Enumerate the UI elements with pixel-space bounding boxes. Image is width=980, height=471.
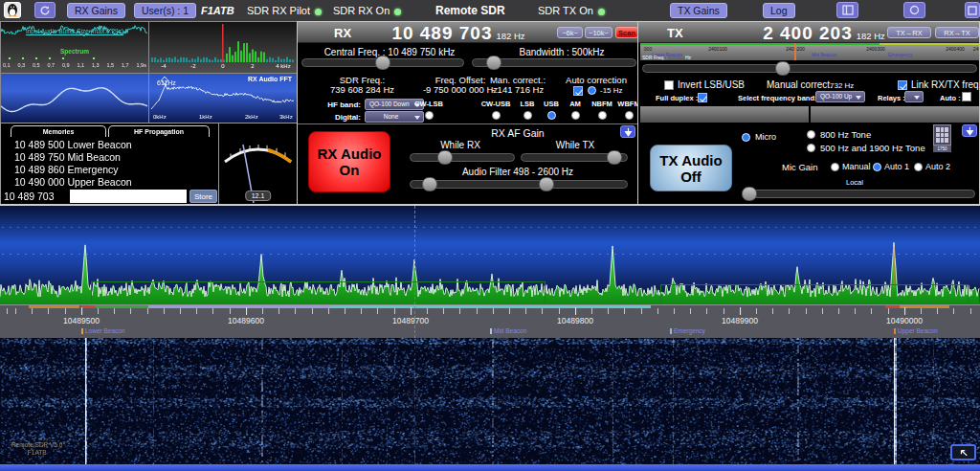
record-button[interactable] [903, 2, 925, 18]
tx-tuned-marker [794, 43, 796, 60]
audio-waveform-canvas [1, 74, 148, 123]
sdr-freq-value: 739 608 284 Hz [307, 84, 417, 95]
waterfall-canvas[interactable] [0, 338, 980, 464]
rx-to-tx-button[interactable]: RX→TX [935, 27, 979, 38]
mode-radio-nbfm[interactable] [598, 111, 607, 120]
mode-radio-usb[interactable] [547, 111, 556, 120]
while-rx-label: While RX [403, 140, 518, 150]
layout-button[interactable] [836, 2, 858, 18]
auto-correction-indicator [588, 86, 596, 95]
mic-gain-auto2-radio[interactable] [914, 163, 923, 171]
beacon-label: Emergency [670, 327, 705, 334]
tx-band-select[interactable]: QO-100 Up [815, 91, 865, 102]
mic-gain-auto1-radio[interactable] [873, 163, 881, 171]
audio-filter-slider[interactable] [410, 180, 628, 189]
mic-gain-slider[interactable] [742, 190, 975, 198]
minus-10k-button[interactable]: ~10k~ [585, 27, 612, 38]
sdr-rx-pilot-status: SDR RX Pilot [247, 5, 322, 16]
while-tx-label: While TX [518, 140, 633, 150]
mode-radio-cwlsb[interactable] [425, 111, 434, 120]
auto-correction-checkbox[interactable] [573, 86, 583, 96]
tx-scale-tick: 240 [973, 46, 979, 52]
keypad-icon [933, 124, 951, 146]
filter-low-thumb[interactable] [422, 177, 437, 191]
arrow-up-left-icon [958, 448, 969, 458]
memory-name-input[interactable] [70, 190, 187, 203]
filter-high-thumb[interactable] [539, 177, 554, 191]
mic-gain-thumb[interactable] [742, 187, 757, 201]
tx-frequency-scale[interactable]: 000 2400100 2400200 2400300 2400400 240 … [640, 43, 979, 60]
tab-memories[interactable]: Memories [11, 125, 106, 137]
circle-icon [909, 5, 920, 15]
mic-gain-auto2-label: Auto 2 [925, 162, 950, 171]
mode-radio-lsb[interactable] [523, 111, 532, 120]
waterfall[interactable]: Remote SDR V5.0 F1ATB [0, 338, 980, 464]
rx-audio-collapse-button[interactable] [620, 125, 635, 138]
panorama-spectrum[interactable] [0, 206, 980, 304]
bottom-accent-bar [0, 464, 980, 471]
memory-item[interactable]: 10 489 750 Mid Beacon [14, 151, 121, 163]
memory-item[interactable]: 10 489 860 Emergency [14, 164, 119, 175]
users-button[interactable]: User(s) : 1 [134, 3, 196, 18]
while-rx-gain-slider[interactable] [410, 153, 515, 162]
tone-800-radio[interactable] [807, 130, 815, 139]
mode-radio-am[interactable] [571, 111, 580, 120]
while-tx-gain-slider[interactable] [521, 153, 628, 162]
bandwidth-slider-thumb[interactable] [486, 56, 501, 70]
tux-logo-icon[interactable] [4, 2, 21, 18]
full-duplex-checkbox[interactable] [698, 93, 707, 102]
audio-waveform-cell [0, 73, 149, 123]
frequency-scale[interactable]: 1048950010489600104897001048980010489900… [0, 304, 980, 338]
mode-radio-cwusb[interactable] [492, 111, 501, 120]
tab-hf-propagation[interactable]: HF Propagation [108, 125, 210, 137]
refresh-button[interactable] [34, 2, 56, 18]
expand-button[interactable] [950, 444, 976, 460]
auto-label: Auto : [940, 94, 961, 102]
central-freq-slider[interactable] [301, 58, 464, 67]
relays-select[interactable] [904, 91, 924, 102]
tone-500-1900-radio[interactable] [807, 144, 815, 152]
scale-tick-label: 10489600 [228, 316, 264, 325]
tx-freq-slider[interactable] [642, 64, 977, 73]
central-freq-slider-thumb[interactable] [375, 56, 390, 70]
down-arrow-icon [966, 126, 974, 136]
invert-lsb-usb-checkbox[interactable] [664, 80, 674, 90]
rx-af-gain-label: RX AF Gain [441, 127, 594, 139]
while-rx-thumb[interactable] [437, 150, 453, 165]
micro-radio[interactable] [742, 133, 750, 142]
memory-item[interactable]: 10 490 000 Upper Beacon [14, 176, 132, 188]
tx-on-status-dot [598, 9, 605, 15]
beacon-label: Mid Beacon [490, 327, 526, 334]
if-tick: 0 [221, 63, 224, 69]
audio-filter-label: Audio Filter 498 - 2600 Hz [422, 167, 613, 177]
scale-tick-label: 10489700 [392, 316, 429, 325]
fullscreen-button[interactable] [965, 2, 980, 18]
auto-correction-value: -15 Hz [600, 86, 623, 95]
mic-gain-manual-radio[interactable] [831, 163, 839, 171]
smeter-panel: 12.1 [218, 123, 298, 205]
while-tx-thumb[interactable] [607, 150, 622, 165]
store-button[interactable]: Store [189, 190, 217, 203]
mode-radio-wbfm[interactable] [625, 111, 634, 120]
callsign-label: F1ATB [201, 5, 234, 16]
tx-gains-button[interactable]: TX Gains [670, 3, 727, 18]
tx-freq-slider-thumb[interactable] [775, 61, 791, 76]
scan-button[interactable]: Scan [615, 27, 638, 38]
tx-frequency-display: 2 400 203182 Hz [747, 23, 901, 44]
memory-item[interactable]: 10 489 500 Lower Beacon [14, 139, 132, 150]
tx-auto-checkbox[interactable] [962, 92, 971, 101]
dtmf-keypad-button[interactable]: 1750 [933, 124, 951, 153]
tx-audio-toggle-button[interactable]: TX Audio Off [650, 145, 732, 191]
tx-audio-collapse-button[interactable] [962, 124, 977, 137]
man-correct-value: - 141 716 Hz [484, 84, 551, 95]
tx-to-rx-button[interactable]: TX→RX [887, 27, 931, 38]
rx-gains-button[interactable]: RX Gains [67, 3, 125, 18]
bandwidth-slider[interactable] [472, 58, 636, 67]
log-button[interactable]: Log [763, 3, 795, 18]
invert-lsb-usb-label: Invert LSB/USB [678, 79, 745, 90]
link-rx-tx-checkbox[interactable] [898, 80, 907, 90]
minus-6k-button[interactable]: ~6k~ [557, 27, 583, 38]
digital-select[interactable]: None [365, 111, 424, 123]
mic-gain-manual-label: Manual [842, 162, 871, 171]
rx-audio-toggle-button[interactable]: RX Audio On [308, 131, 390, 192]
